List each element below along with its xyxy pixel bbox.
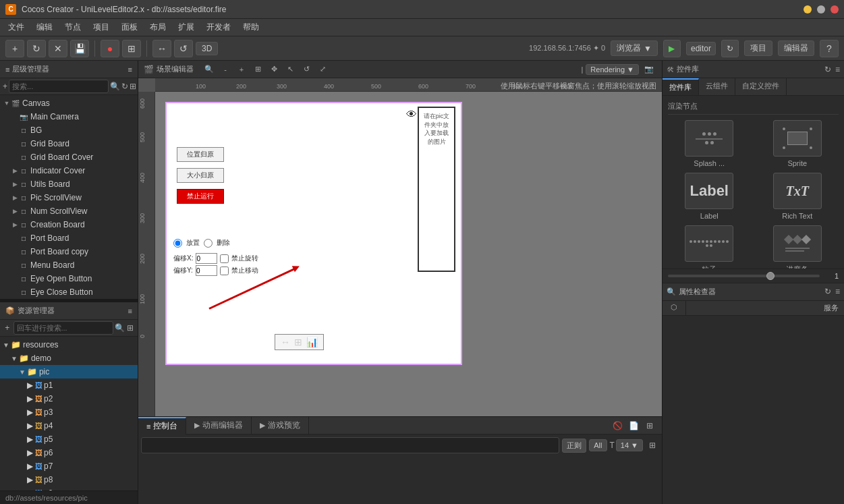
assets-item-demo[interactable]: ▼ 📁 demo [0, 352, 138, 365]
console-filter-btn[interactable]: 正则 [562, 439, 586, 453]
tree-item-pic-scrollview[interactable]: ▶ □ Pic ScrollView [8, 191, 138, 204]
slider-thumb[interactable] [766, 272, 775, 280]
minimize-button[interactable] [804, 5, 812, 13]
refresh-button[interactable]: ↻ [27, 40, 46, 57]
tab-custom[interactable]: 自定义控件 [735, 78, 787, 95]
scene-zoom-out-btn[interactable]: - [218, 63, 233, 76]
scene-canvas-area[interactable]: 使用鼠标右键平移视窗焦点；使用滚轮缩放视图 100 200 300 400 50… [138, 78, 662, 416]
play-button[interactable]: ▶ [663, 40, 681, 57]
tab-animation[interactable]: ▶ 动画编辑器 [186, 417, 252, 435]
assets-item-pic[interactable]: ▼ 📁 pic [0, 365, 138, 379]
menu-item-2[interactable]: 节点 [59, 20, 86, 34]
tree-item-port-board[interactable]: □ Port Board [8, 231, 138, 245]
render-item-richtext[interactable]: TxT Rich Text [756, 173, 839, 220]
service-tab[interactable]: 服务 [818, 301, 844, 315]
layout-button[interactable]: ⊞ [122, 40, 141, 57]
tree-item-utils-board[interactable]: ▶ □ Utils Board [8, 177, 138, 191]
icon-tb-arrows[interactable]: ↔ [281, 337, 290, 347]
assets-item-p2[interactable]: ▶ 🖼 p2 [0, 392, 138, 405]
tab-game-preview[interactable]: ▶ 游戏预览 [252, 417, 309, 435]
btn-stop-run[interactable]: 禁止运行 [177, 189, 224, 204]
tab-cloud[interactable]: 云组件 [699, 78, 735, 95]
close-button[interactable] [831, 5, 839, 13]
slider-track[interactable] [668, 275, 820, 277]
console-all-btn[interactable]: All [589, 439, 607, 451]
render-item-splash[interactable]: Splash ... [668, 120, 751, 167]
menu-item-8[interactable]: 帮助 [237, 20, 264, 34]
scene-camera-btn[interactable]: 📷 [642, 63, 656, 76]
menu-item-0[interactable]: 文件 [3, 20, 30, 34]
hierarchy-refresh-btn[interactable]: ↻ [121, 80, 128, 93]
assets-menu-icon[interactable]: ≡ [128, 307, 132, 315]
render-item-label[interactable]: Label Label [668, 173, 751, 220]
assets-item-p8[interactable]: ▶ 🖼 p8 [0, 473, 138, 486]
assets-item-p7[interactable]: ▶ 🖼 p7 [0, 459, 138, 473]
scene-move-btn[interactable]: ✥ [266, 63, 281, 76]
hierarchy-add-btn[interactable]: + [3, 80, 7, 93]
menu-item-7[interactable]: 开发者 [201, 20, 236, 34]
console-size-btn[interactable]: 14 ▼ [616, 439, 643, 451]
offset-y-input[interactable] [196, 265, 217, 276]
hierarchy-filter-btn[interactable]: ⊞ [130, 80, 136, 93]
eye-icon[interactable]: 👁 [406, 109, 417, 121]
editor-button[interactable]: 编辑器 [778, 40, 814, 56]
scene-scale-btn[interactable]: ⤢ [315, 63, 330, 76]
inspector-tab-label[interactable]: ⬡ [663, 301, 686, 315]
rotate-button[interactable]: ↺ [174, 40, 193, 57]
radio-place[interactable] [173, 239, 182, 248]
console-settings-btn[interactable]: ⊞ [643, 419, 656, 432]
hierarchy-search-btn[interactable]: 🔍 [110, 80, 120, 93]
inspector-sync-btn[interactable]: ↻ [824, 287, 831, 296]
assets-search[interactable] [13, 321, 113, 335]
tab-console[interactable]: ≡ 控制台 [138, 417, 186, 435]
hierarchy-menu-icon[interactable]: ≡ [128, 65, 132, 74]
scene-zoom-btn[interactable]: 🔍 [202, 63, 217, 76]
rendering-dropdown[interactable]: Rendering ▼ [586, 64, 639, 75]
assets-search-btn[interactable]: 🔍 [115, 321, 125, 335]
record-button[interactable]: ● [101, 40, 119, 57]
console-clear-btn[interactable]: 🚫 [611, 419, 624, 432]
radio-delete[interactable] [204, 239, 213, 248]
controls-menu-btn[interactable]: ≡ [835, 65, 840, 74]
render-item-progress[interactable]: 进度条 [756, 225, 839, 269]
assets-item-p6[interactable]: ▶ 🖼 p6 [0, 446, 138, 459]
scene-rotate-btn[interactable]: ↺ [299, 63, 314, 76]
console-input[interactable] [141, 437, 559, 453]
tree-item-num-scrollview[interactable]: ▶ □ Num ScrollView [8, 204, 138, 218]
tree-item-bg[interactable]: □ BG [8, 123, 138, 137]
browser-button[interactable]: 浏览器 ▼ [611, 40, 658, 56]
maximize-button[interactable] [817, 5, 825, 13]
menu-item-3[interactable]: 项目 [88, 20, 115, 34]
icon-tb-grid[interactable]: ⊞ [294, 337, 302, 347]
tree-item-main-camera[interactable]: 📷 Main Camera [8, 110, 138, 123]
3d-button[interactable]: 3D [196, 42, 218, 55]
assets-item-p4[interactable]: ▶ 🖼 p4 [0, 419, 138, 432]
console-expand-btn[interactable]: ⊞ [646, 439, 659, 452]
assets-item-p3[interactable]: ▶ 🖼 p3 [0, 405, 138, 419]
forbid-move-check[interactable] [220, 267, 229, 275]
assets-item-p1[interactable]: ▶ 🖼 p1 [0, 379, 138, 392]
forbid-rotate-check[interactable] [220, 254, 229, 263]
tab-builtin[interactable]: 控件库 [663, 78, 699, 95]
console-new-btn[interactable]: 📄 [627, 419, 640, 432]
render-item-particles[interactable]: 粒子 [668, 225, 751, 269]
titlebar-controls[interactable] [804, 5, 839, 13]
tree-item-grid-board-cover[interactable]: □ Grid Board Cover [8, 150, 138, 164]
menu-item-4[interactable]: 面板 [116, 20, 143, 34]
assets-sort-btn[interactable]: ⊞ [126, 321, 136, 335]
move-button[interactable]: ↔ [152, 40, 171, 57]
controls-sync-btn[interactable]: ↻ [824, 65, 831, 74]
btn-size-reset[interactable]: 大小归原 [177, 168, 224, 183]
tree-item-indicator-cover[interactable]: ▶ □ Indicator Cover [8, 164, 138, 177]
assets-item-p5[interactable]: ▶ 🖼 p5 [0, 432, 138, 446]
save-button[interactable]: 💾 [70, 40, 89, 57]
btn-position-reset[interactable]: 位置归原 [177, 147, 224, 162]
inspector-menu-btn[interactable]: ≡ [835, 287, 840, 296]
scene-fit-btn[interactable]: ⊞ [250, 63, 265, 76]
help-button[interactable]: ? [820, 40, 839, 57]
tree-item-eye-close[interactable]: □ Eye Close Button [8, 285, 138, 299]
render-item-sprite[interactable]: Sprite [756, 120, 839, 167]
tree-item-creation-board[interactable]: ▶ □ Creation Board [8, 218, 138, 231]
hierarchy-search[interactable] [9, 80, 109, 93]
menu-item-5[interactable]: 布局 [144, 20, 171, 34]
